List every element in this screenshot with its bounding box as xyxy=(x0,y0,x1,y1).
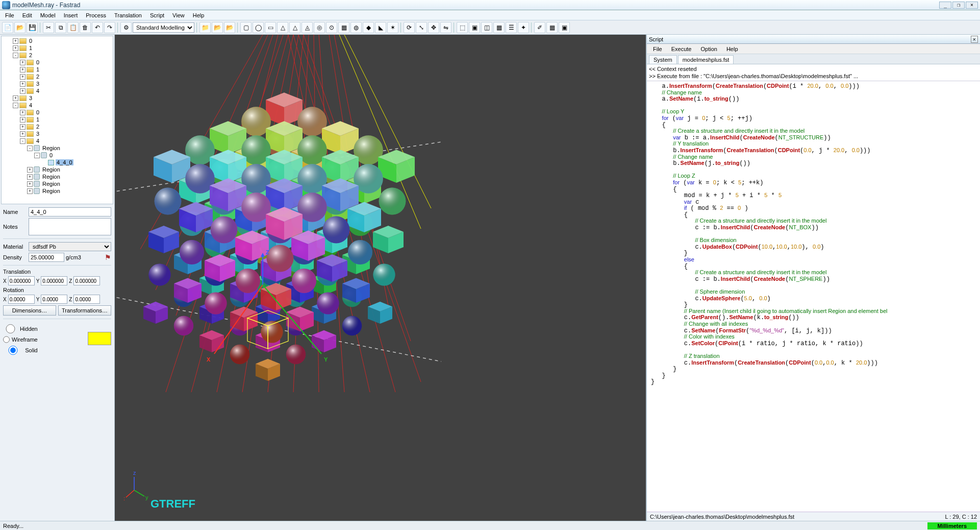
tube-icon[interactable]: ⊙ xyxy=(326,22,337,33)
close-button[interactable]: × xyxy=(966,2,978,9)
tree-item[interactable]: +1 xyxy=(2,116,113,123)
color-swatch[interactable] xyxy=(88,332,111,345)
menu-model[interactable]: Model xyxy=(36,11,60,19)
tree-item[interactable]: +Region xyxy=(2,187,113,195)
menu-file[interactable]: File xyxy=(1,11,18,19)
ty-field[interactable] xyxy=(41,276,67,285)
solid-radio[interactable]: Solid xyxy=(3,346,38,355)
wireframe-radio[interactable]: Wireframe xyxy=(3,335,38,344)
script-menu-execute[interactable]: Execute xyxy=(667,45,696,53)
tree-item[interactable]: -4 xyxy=(2,137,113,144)
wedge-icon[interactable]: ◣ xyxy=(375,22,386,33)
script-code[interactable]: a.InsertTransform(CreateTranslation(CDPo… xyxy=(647,81,980,512)
tree-item[interactable]: 4_4_0 xyxy=(2,159,113,166)
tree-item[interactable]: -2 xyxy=(2,52,113,59)
save-icon[interactable]: 💾 xyxy=(27,22,38,33)
tree-item[interactable]: +Region xyxy=(2,166,113,173)
cut-icon[interactable]: ✂ xyxy=(43,22,54,33)
mesh-icon[interactable]: ▦ xyxy=(338,22,349,33)
menu-help[interactable]: Help xyxy=(189,11,209,19)
scale-icon[interactable]: ⤡ xyxy=(416,22,427,33)
cylinder-icon[interactable]: ▭ xyxy=(265,22,276,33)
material-select[interactable]: sdfsdf Pb xyxy=(29,242,111,251)
rz-field[interactable] xyxy=(73,295,100,304)
add-folder-icon[interactable]: 📂 xyxy=(212,22,223,33)
paste-icon[interactable]: 📋 xyxy=(67,22,79,33)
pyr-icon[interactable]: ◆ xyxy=(363,22,374,33)
snap-icon[interactable]: ▣ xyxy=(559,22,570,33)
torus-icon[interactable]: ◎ xyxy=(314,22,325,33)
tree-item[interactable]: +Region xyxy=(2,180,113,187)
tree-item[interactable]: +0 xyxy=(2,37,113,44)
tree-item[interactable]: +2 xyxy=(2,73,113,80)
sel6-icon[interactable]: ✦ xyxy=(518,22,529,33)
script-menu-help[interactable]: Help xyxy=(722,45,742,53)
redo-icon[interactable]: ↷ xyxy=(104,22,115,33)
sel2-icon[interactable]: ▣ xyxy=(469,22,480,33)
menu-view[interactable]: View xyxy=(168,11,189,19)
notes-field[interactable] xyxy=(29,218,111,235)
tree-item[interactable]: -0 xyxy=(2,152,113,159)
sel5-icon[interactable]: ☰ xyxy=(506,22,517,33)
eraser-icon[interactable]: ✐ xyxy=(534,22,545,33)
tree-item[interactable]: +2 xyxy=(2,123,113,130)
tri-icon[interactable]: △ xyxy=(289,22,300,33)
cone-icon[interactable]: △ xyxy=(277,22,288,33)
star-icon[interactable]: ✶ xyxy=(387,22,398,33)
script-tab-file[interactable]: modelmeshplus.fst xyxy=(678,55,734,64)
delete-icon[interactable]: 🗑 xyxy=(80,22,91,33)
tree-item[interactable]: -4 xyxy=(2,102,113,109)
tet-icon[interactable]: ◬ xyxy=(301,22,313,33)
modeling-mode-select[interactable]: Standard Modelling xyxy=(133,22,194,33)
menu-translation[interactable]: Translation xyxy=(110,11,146,19)
minimize-button[interactable]: _ xyxy=(939,2,951,9)
tree-item[interactable]: +0 xyxy=(2,109,113,116)
name-field[interactable] xyxy=(29,207,111,216)
remove-folder-icon[interactable]: 📂 xyxy=(224,22,235,33)
undo-icon[interactable]: ↶ xyxy=(92,22,103,33)
tree-item[interactable]: +0 xyxy=(2,59,113,66)
new-icon[interactable]: 📄 xyxy=(2,22,13,33)
tree-item[interactable]: +3 xyxy=(2,80,113,87)
gear-icon[interactable]: ⚙ xyxy=(120,22,132,33)
tree-item[interactable]: +1 xyxy=(2,44,113,52)
menu-insert[interactable]: Insert xyxy=(60,11,82,19)
transformations-button[interactable]: Transformations… xyxy=(58,305,111,316)
script-menu-option[interactable]: Option xyxy=(696,45,721,53)
menu-script[interactable]: Script xyxy=(146,11,168,19)
sel1-icon[interactable]: ⬚ xyxy=(457,22,468,33)
density-field[interactable] xyxy=(29,253,64,262)
model-tree[interactable]: +0+1-2+0+1+2+3+4+3-4+0+1+2+3-4-Region-04… xyxy=(1,36,113,204)
dimensions-button[interactable]: Dimensions… xyxy=(3,305,56,316)
tree-item[interactable]: +3 xyxy=(2,94,113,102)
copy-icon[interactable]: ⧉ xyxy=(55,22,66,33)
hidden-radio[interactable]: Hidden xyxy=(3,324,38,333)
move-icon[interactable]: ✥ xyxy=(428,22,439,33)
ry-field[interactable] xyxy=(41,295,67,304)
sel3-icon[interactable]: ◫ xyxy=(481,22,492,33)
rx-field[interactable] xyxy=(8,295,35,304)
viewport-3d[interactable]: Z X Y z x y GTREFF xyxy=(115,35,646,521)
script-tab-system[interactable]: System xyxy=(649,55,677,64)
script-menu-file[interactable]: File xyxy=(649,45,666,53)
maximize-button[interactable]: ❐ xyxy=(952,2,965,9)
menu-edit[interactable]: Edit xyxy=(18,11,36,19)
sphere-icon[interactable]: ◯ xyxy=(253,22,264,33)
sel4-icon[interactable]: ▦ xyxy=(493,22,505,33)
script-close-icon[interactable]: × xyxy=(971,36,978,43)
open-icon[interactable]: 📂 xyxy=(14,22,26,33)
grid-icon[interactable]: ▦ xyxy=(546,22,558,33)
tz-field[interactable] xyxy=(73,276,100,285)
box-icon[interactable]: ▢ xyxy=(240,22,252,33)
tree-item[interactable]: +3 xyxy=(2,130,113,137)
tree-item[interactable]: +1 xyxy=(2,66,113,73)
mirror-icon[interactable]: ⇋ xyxy=(440,22,451,33)
menu-process[interactable]: Process xyxy=(82,11,110,19)
tree-item[interactable]: +4 xyxy=(2,87,113,94)
rot-icon[interactable]: ⟳ xyxy=(404,22,415,33)
tree-item[interactable]: -Region xyxy=(2,144,113,152)
folder-icon[interactable]: 📁 xyxy=(199,22,211,33)
tx-field[interactable] xyxy=(8,276,35,285)
ell-icon[interactable]: ◍ xyxy=(350,22,362,33)
tree-item[interactable]: +Region xyxy=(2,173,113,180)
